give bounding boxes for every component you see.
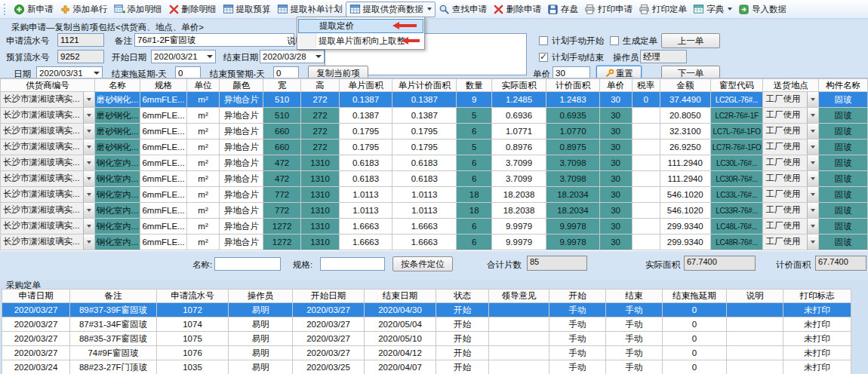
table-cell[interactable]: 30 — [599, 92, 632, 108]
table-cell[interactable]: 异地合片 — [220, 155, 263, 171]
table-cell[interactable]: 手动 — [549, 332, 606, 346]
table-cell[interactable]: 异地合片 — [220, 235, 263, 250]
table-cell[interactable]: 18 — [457, 187, 492, 203]
table-row[interactable]: 2020/03/2488#23-27F门顶玻1035易明2020/03/2520… — [2, 360, 851, 374]
table-cell[interactable]: 5 — [457, 108, 492, 124]
table-cell[interactable]: 89#37-39F窗固玻 — [70, 303, 157, 317]
table-cell[interactable]: 1272 — [263, 235, 300, 250]
table-cell[interactable]: 固玻 — [818, 203, 867, 219]
new-request-button[interactable]: 新申请 — [11, 2, 57, 17]
table-cell[interactable]: 1.0113 — [339, 187, 392, 203]
table-cell[interactable]: 1.0113 — [392, 187, 457, 203]
table-cell[interactable]: 30 — [599, 155, 632, 171]
table-cell[interactable]: 660 — [263, 139, 300, 155]
table-cell[interactable]: 0.6936 — [491, 108, 546, 124]
table-cell[interactable]: m² — [186, 155, 220, 171]
table-cell[interactable]: 30 — [599, 108, 632, 124]
table-cell[interactable]: 88#23-27F门顶玻 — [70, 360, 157, 374]
table-cell[interactable] — [632, 203, 660, 219]
table-cell[interactable]: 5 — [457, 139, 492, 155]
table-cell[interactable]: 未打印 — [783, 332, 851, 346]
manual-end-checkbox[interactable] — [539, 53, 548, 62]
table-row[interactable]: 2020/03/2787#31-34F窗固玻1074易明2020/03/2720… — [2, 317, 851, 332]
print-request-button[interactable]: 打印申请 — [581, 2, 636, 17]
table-cell[interactable]: 未打印 — [783, 303, 851, 317]
table-cell[interactable]: 1072 — [157, 303, 229, 317]
table-cell[interactable]: 手动 — [606, 360, 663, 374]
table-cell[interactable] — [489, 332, 549, 346]
table-cell[interactable]: 异地合片 — [220, 108, 263, 124]
table-cell[interactable]: 6mmFLE... — [140, 187, 186, 203]
table-cell[interactable]: 0.1387 — [392, 92, 457, 108]
table-cell[interactable]: 1074 — [157, 317, 229, 332]
table-cell[interactable]: 固玻 — [818, 155, 867, 171]
table-cell[interactable]: 固玻 — [818, 108, 867, 124]
table-cell[interactable] — [632, 187, 660, 203]
table-cell[interactable]: 手动 — [549, 346, 606, 360]
delivery-combo-cell[interactable]: 工厂使用 — [763, 235, 818, 250]
delete-request-button[interactable]: 删除申请 — [490, 2, 544, 17]
table-cell[interactable]: 2020/04/07 — [365, 360, 436, 374]
table-cell[interactable]: 异地合片 — [220, 187, 263, 203]
delivery-combo-cell[interactable]: 工厂使用 — [763, 92, 818, 108]
table-cell[interactable]: 易明 — [229, 360, 293, 374]
supplier-combo-cell[interactable]: 长沙市潇湘玻璃实... — [1, 155, 95, 171]
extract-supplier-data-button[interactable]: 提取供货商数据 — [346, 2, 436, 17]
table-cell[interactable] — [632, 219, 660, 235]
table-cell[interactable]: 6 — [457, 155, 492, 171]
table-cell[interactable]: 546.1020 — [660, 187, 710, 203]
combo-arrow-icon[interactable] — [83, 235, 94, 250]
supplier-combo-cell[interactable]: 长沙市潇湘玻璃实... — [1, 171, 95, 187]
table-cell[interactable]: 18.2038 — [491, 187, 546, 203]
table-cell[interactable]: 0.6183 — [339, 155, 392, 171]
table-cell[interactable]: 钢化室内... — [94, 171, 140, 187]
table-cell[interactable]: 2020/03/24 — [2, 360, 70, 374]
supplier-combo-cell[interactable]: 长沙市潇湘玻璃实... — [1, 219, 95, 235]
table-cell[interactable]: 磨砂钢化... — [94, 139, 140, 155]
table-row[interactable]: 2020/03/2789#37-39F窗固玻1072易明2020/03/2720… — [2, 303, 851, 317]
delivery-combo-cell[interactable]: 工厂使用 — [763, 124, 818, 139]
table-cell[interactable]: 0.1387 — [392, 108, 457, 124]
combo-arrow-icon[interactable] — [83, 203, 94, 218]
table-cell[interactable]: 0.6183 — [392, 155, 457, 171]
table-cell[interactable]: 32.3100 — [660, 124, 710, 139]
table-row[interactable]: 长沙市潇湘玻璃实...钢化室内...6mmFLE...m²异地合片4721310… — [1, 155, 868, 171]
table-cell[interactable]: 272 — [301, 139, 339, 155]
table-cell[interactable]: 2020/03/27 — [293, 332, 365, 346]
table-cell[interactable]: 6 — [457, 235, 492, 250]
budget-input[interactable] — [57, 50, 104, 63]
table-cell[interactable] — [632, 108, 660, 124]
table-cell[interactable]: 772 — [263, 187, 300, 203]
table-cell[interactable]: 1310 — [301, 187, 339, 203]
table-cell[interactable]: 6mmFLE... — [140, 171, 186, 187]
combo-arrow-icon[interactable] — [807, 155, 818, 170]
table-cell[interactable]: 2020/03/27 — [2, 317, 70, 332]
table-cell[interactable]: 异地合片 — [220, 203, 263, 219]
table-cell[interactable]: 2020/03/27 — [2, 346, 70, 360]
table-cell[interactable]: 0 — [663, 317, 727, 332]
table-cell[interactable]: 0.8976 — [491, 139, 546, 155]
table-cell[interactable]: 9.9978 — [546, 219, 599, 235]
table-row[interactable]: 长沙市潇湘玻璃实...钢化室内...6mmFLE...m²异地合片1272131… — [1, 235, 868, 250]
table-cell[interactable]: 299.9340 — [660, 219, 710, 235]
table-cell[interactable]: 1035 — [157, 360, 229, 374]
table-cell[interactable]: 异地合片 — [220, 124, 263, 139]
table-cell[interactable]: 异地合片 — [220, 92, 263, 108]
table-cell[interactable]: m² — [186, 219, 220, 235]
operator-input[interactable] — [640, 50, 687, 63]
table-cell[interactable]: 2020/03/27 — [293, 303, 365, 317]
table-cell[interactable] — [727, 303, 783, 317]
table-cell[interactable]: LC30L-76#... — [710, 155, 763, 171]
table-cell[interactable]: 1272 — [263, 219, 300, 235]
table-cell[interactable]: 26.9250 — [660, 139, 710, 155]
table-cell[interactable]: 1076 — [157, 346, 229, 360]
table-cell[interactable]: LC33R-76#... — [710, 203, 763, 219]
table-row[interactable]: 长沙市潇湘玻璃实...钢化室内...6mmFLE...m²异地合片7721310… — [1, 203, 868, 219]
combo-arrow-icon[interactable] — [807, 124, 818, 139]
table-cell[interactable]: 异地合片 — [220, 171, 263, 187]
table-cell[interactable]: 3.7098 — [546, 171, 599, 187]
combo-arrow-icon[interactable] — [807, 171, 818, 186]
generate-order-checkbox[interactable] — [610, 36, 619, 45]
table-cell[interactable]: 9.9979 — [491, 219, 546, 235]
table-cell[interactable]: 0 — [663, 332, 727, 346]
